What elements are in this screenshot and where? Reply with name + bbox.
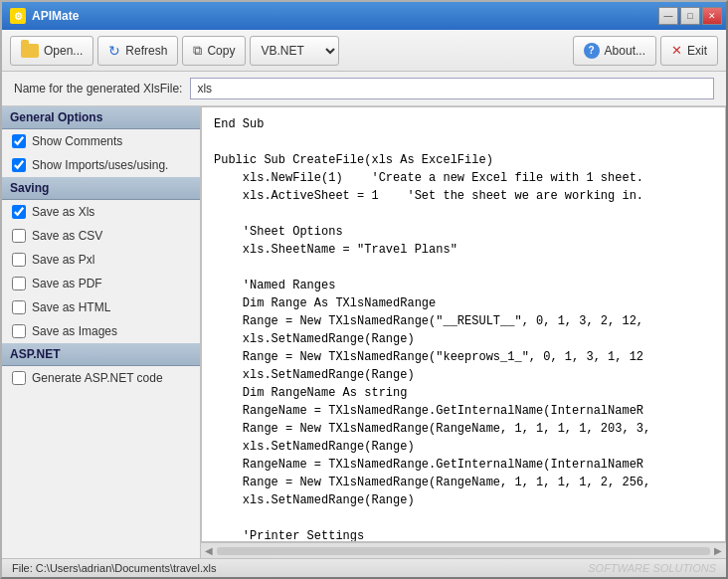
copy-label: Copy: [207, 44, 235, 58]
filename-row: Name for the generated XlsFile:: [2, 72, 726, 106]
main-content: General Options Show Comments Show Impor…: [2, 106, 726, 558]
left-panel: General Options Show Comments Show Impor…: [2, 106, 201, 558]
save-pxl-checkbox[interactable]: [12, 253, 26, 267]
window-title: APIMate: [32, 9, 79, 23]
show-comments-label: Show Comments: [32, 134, 122, 148]
save-pxl-label: Save as Pxl: [32, 253, 94, 267]
save-html-label: Save as HTML: [32, 300, 110, 314]
close-button[interactable]: ✕: [702, 7, 722, 25]
window-controls: — □ ✕: [658, 7, 722, 25]
save-pdf-option[interactable]: Save as PDF: [2, 272, 200, 295]
filename-input[interactable]: [190, 78, 714, 99]
show-comments-checkbox[interactable]: [12, 134, 26, 148]
horizontal-scrollbar[interactable]: ◀▶: [201, 542, 726, 558]
open-label: Open...: [44, 44, 83, 58]
save-csv-label: Save as CSV: [32, 229, 102, 243]
save-csv-option[interactable]: Save as CSV: [2, 224, 200, 248]
refresh-icon: ↻: [108, 43, 120, 59]
main-window: ⚙ APIMate — □ ✕ Open... ↻ Refresh ⧉ Copy…: [0, 0, 728, 579]
refresh-button[interactable]: ↻ Refresh: [97, 36, 178, 66]
show-imports-checkbox[interactable]: [12, 158, 26, 172]
save-images-option[interactable]: Save as Images: [2, 319, 200, 343]
copy-button[interactable]: ⧉ Copy: [182, 36, 246, 66]
toolbar: Open... ↻ Refresh ⧉ Copy VB.NET C# Java …: [2, 30, 726, 72]
show-imports-label: Show Imports/uses/using.: [32, 158, 168, 172]
gen-aspnet-label: Generate ASP.NET code: [32, 371, 163, 385]
code-content: End Sub Public Sub CreateFile(xls As Exc…: [202, 107, 725, 542]
about-button[interactable]: ? About...: [573, 36, 656, 66]
watermark: SOFTWARE SOLUTIONS: [588, 562, 716, 574]
app-icon: ⚙: [10, 8, 26, 24]
show-comments-option[interactable]: Show Comments: [2, 129, 200, 153]
save-pdf-label: Save as PDF: [32, 277, 102, 290]
filename-label: Name for the generated XlsFile:: [14, 82, 182, 96]
exit-label: Exit: [687, 44, 707, 58]
about-label: About...: [605, 44, 645, 58]
save-html-option[interactable]: Save as HTML: [2, 295, 200, 319]
refresh-label: Refresh: [125, 44, 167, 58]
exit-icon: ✕: [671, 43, 682, 58]
folder-icon: [21, 44, 39, 58]
general-options-header: General Options: [2, 106, 200, 129]
save-images-label: Save as Images: [32, 324, 117, 338]
gen-aspnet-checkbox[interactable]: [12, 371, 26, 385]
gen-aspnet-option[interactable]: Generate ASP.NET code: [2, 366, 200, 390]
file-path: File: C:\Users\adrian\Documents\travel.x…: [12, 562, 216, 574]
save-html-checkbox[interactable]: [12, 300, 26, 314]
title-bar: ⚙ APIMate — □ ✕: [2, 2, 726, 30]
code-scroll[interactable]: End Sub Public Sub CreateFile(xls As Exc…: [201, 106, 726, 542]
aspnet-header: ASP.NET: [2, 343, 200, 366]
save-xls-checkbox[interactable]: [12, 205, 26, 219]
minimize-button[interactable]: —: [658, 7, 678, 25]
maximize-button[interactable]: □: [680, 7, 700, 25]
code-area: End Sub Public Sub CreateFile(xls As Exc…: [201, 106, 726, 558]
open-button[interactable]: Open...: [10, 36, 93, 66]
language-dropdown[interactable]: VB.NET C# Java: [250, 36, 339, 66]
save-xls-label: Save as Xls: [32, 205, 94, 219]
copy-icon: ⧉: [193, 43, 202, 59]
save-images-checkbox[interactable]: [12, 324, 26, 338]
title-bar-left: ⚙ APIMate: [10, 8, 79, 24]
save-xls-option[interactable]: Save as Xls: [2, 200, 200, 224]
save-csv-checkbox[interactable]: [12, 229, 26, 243]
about-icon: ?: [584, 43, 600, 59]
saving-header: Saving: [2, 177, 200, 200]
save-pxl-option[interactable]: Save as Pxl: [2, 248, 200, 272]
exit-button[interactable]: ✕ Exit: [660, 36, 718, 66]
save-pdf-checkbox[interactable]: [12, 277, 26, 290]
status-bar: File: C:\Users\adrian\Documents\travel.x…: [2, 558, 726, 577]
show-imports-option[interactable]: Show Imports/uses/using.: [2, 153, 200, 177]
